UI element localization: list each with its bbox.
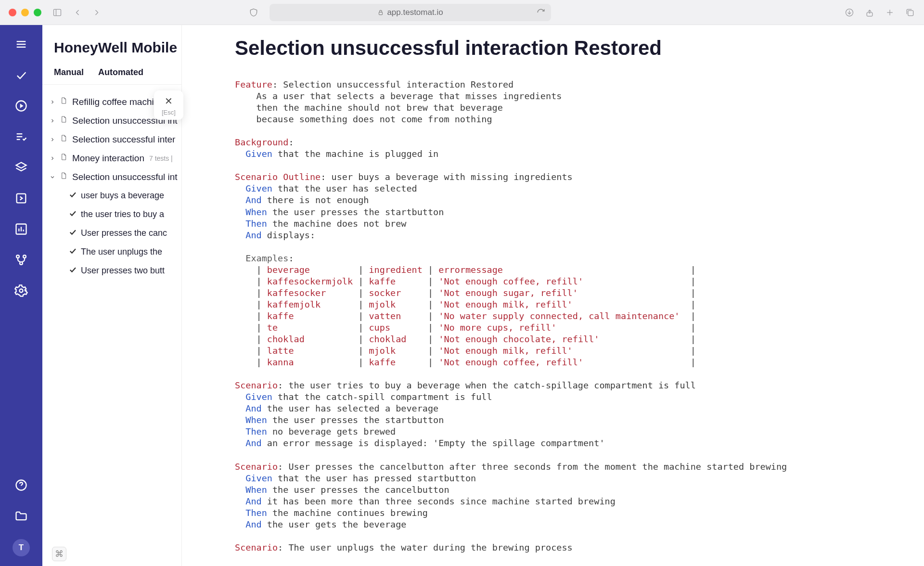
branch-icon[interactable] (13, 252, 29, 268)
main-content: Selection unsuccessful interaction Resto… (182, 25, 924, 566)
svg-marker-18 (16, 163, 26, 168)
svg-point-27 (20, 289, 23, 293)
svg-rect-0 (54, 9, 61, 15)
menu-icon[interactable] (13, 37, 29, 52)
svg-rect-9 (908, 10, 913, 15)
close-window-icon[interactable] (9, 9, 16, 16)
svg-marker-14 (20, 103, 24, 108)
tab-manual[interactable]: Manual (54, 67, 84, 84)
page-title: Selection unsuccessful interaction Resto… (235, 37, 924, 60)
import-icon[interactable] (13, 191, 29, 206)
suite-item-expanded[interactable]: Selection unsuccessful int (49, 167, 181, 186)
minimize-window-icon[interactable] (21, 9, 29, 16)
new-tab-icon[interactable] (885, 7, 895, 18)
svg-point-26 (20, 262, 23, 265)
close-icon[interactable]: ✕ (165, 95, 173, 107)
analytics-icon[interactable] (13, 221, 29, 237)
check-icon[interactable] (13, 67, 29, 83)
maximize-window-icon[interactable] (34, 9, 41, 16)
forward-icon[interactable] (91, 7, 102, 18)
layers-icon[interactable] (13, 160, 29, 175)
folder-icon[interactable] (13, 508, 29, 524)
test-item[interactable]: The user unplugs the (68, 243, 181, 261)
lock-icon (377, 9, 384, 16)
sidebar-toggle-icon[interactable] (52, 7, 63, 18)
tabs-overview-icon[interactable] (905, 7, 915, 18)
suite-item[interactable]: Money interaction7 tests | (49, 149, 181, 167)
play-icon[interactable] (13, 98, 29, 114)
svg-point-25 (23, 255, 26, 258)
svg-point-24 (16, 255, 19, 258)
command-key-icon[interactable]: ⌘ (52, 547, 66, 561)
settings-icon[interactable] (13, 283, 29, 298)
reload-icon[interactable] (537, 8, 545, 17)
svg-rect-19 (17, 194, 26, 203)
test-item[interactable]: User presses two butt (68, 261, 181, 280)
user-avatar[interactable]: T (13, 539, 30, 556)
privacy-shield-icon[interactable] (248, 7, 259, 18)
tab-automated[interactable]: Automated (98, 67, 143, 84)
nav-rail: T (0, 25, 42, 566)
help-icon[interactable] (13, 477, 29, 493)
close-hint[interactable]: ✕ [Esc] (154, 90, 183, 120)
project-title: HoneyWell Mobile (42, 25, 181, 63)
test-item[interactable]: user buys a beverage (68, 186, 181, 205)
gherkin-source: Feature: Selection unsuccessful interact… (235, 79, 924, 553)
suite-item[interactable]: Selection successful inter (49, 130, 181, 149)
test-item[interactable]: User presses the canc (68, 224, 181, 243)
address-bar[interactable]: app.testomat.io (270, 4, 551, 21)
browser-titlebar: app.testomat.io (0, 0, 924, 25)
share-icon[interactable] (864, 7, 875, 18)
svg-rect-2 (379, 12, 383, 14)
test-item[interactable]: the user tries to buy a (68, 205, 181, 224)
window-controls (9, 9, 41, 16)
list-check-icon[interactable] (13, 129, 29, 144)
back-icon[interactable] (72, 7, 83, 18)
downloads-icon[interactable] (844, 7, 855, 18)
esc-label: [Esc] (162, 109, 176, 116)
address-text: app.testomat.io (387, 8, 443, 17)
